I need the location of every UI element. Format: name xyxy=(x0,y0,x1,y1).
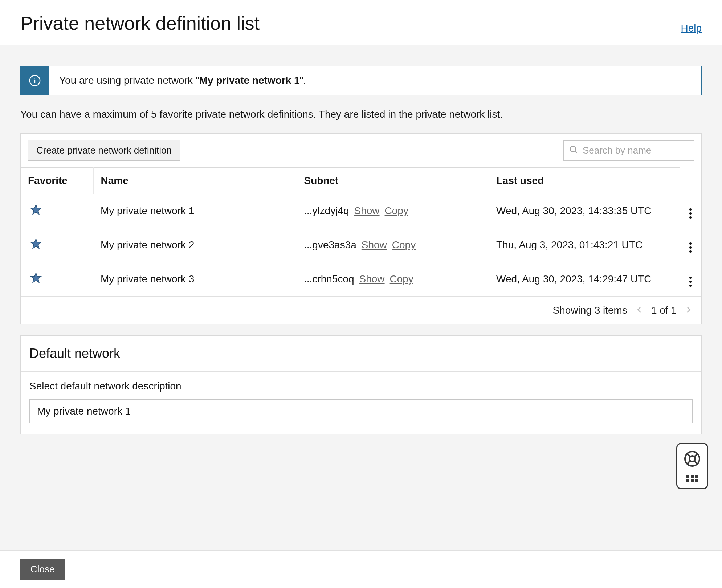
search-input[interactable] xyxy=(583,145,701,156)
default-network-title: Default network xyxy=(21,336,701,371)
svg-line-13 xyxy=(694,461,698,464)
actions-cell xyxy=(680,262,701,296)
col-header-last-used[interactable]: Last used xyxy=(489,168,680,194)
page-indicator: 1 of 1 xyxy=(651,305,677,316)
subnet-snippet: ...crhn5coq xyxy=(304,273,354,285)
definitions-table: Favorite Name Subnet Last used My privat… xyxy=(21,167,701,297)
name-cell: My private network 1 xyxy=(93,194,297,228)
create-definition-button[interactable]: Create private network definition xyxy=(28,140,180,161)
header: Private network definition list Help xyxy=(0,0,722,45)
show-link[interactable]: Show xyxy=(359,273,385,285)
info-suffix: ". xyxy=(300,75,306,86)
definitions-panel: Create private network definition Favori… xyxy=(20,133,702,324)
default-network-label: Select default network description xyxy=(29,380,693,392)
subnet-snippet: ...gve3as3a xyxy=(304,239,356,250)
svg-marker-5 xyxy=(31,205,41,215)
svg-marker-7 xyxy=(31,273,41,282)
favorite-cell[interactable] xyxy=(21,262,93,296)
row-menu-button[interactable] xyxy=(687,206,694,221)
lifebuoy-icon xyxy=(684,450,701,469)
star-icon xyxy=(28,241,42,253)
svg-point-2 xyxy=(34,78,36,79)
last-used-cell: Wed, Aug 30, 2023, 14:29:47 UTC xyxy=(489,262,680,296)
content-area: You are using private network "My privat… xyxy=(0,45,722,550)
col-header-subnet[interactable]: Subnet xyxy=(297,168,489,194)
page-prev-button[interactable] xyxy=(635,305,643,316)
page-next-button[interactable] xyxy=(685,305,693,316)
info-icon xyxy=(21,66,49,95)
svg-point-3 xyxy=(570,146,576,152)
last-used-cell: Wed, Aug 30, 2023, 14:33:35 UTC xyxy=(489,194,680,228)
help-widget[interactable] xyxy=(676,443,708,489)
subnet-cell: ...gve3as3aShowCopy xyxy=(297,228,489,262)
default-network-select[interactable]: My private network 1 xyxy=(29,399,693,423)
show-link[interactable]: Show xyxy=(362,239,387,250)
svg-line-10 xyxy=(687,454,690,457)
default-network-selected: My private network 1 xyxy=(37,405,131,417)
actions-cell xyxy=(680,228,701,262)
page-title: Private network definition list xyxy=(20,12,260,34)
search-icon xyxy=(569,145,578,156)
col-header-name[interactable]: Name xyxy=(93,168,297,194)
svg-point-9 xyxy=(689,456,695,462)
table-row: My private network 2...gve3as3aShowCopyT… xyxy=(21,228,701,262)
row-menu-button[interactable] xyxy=(687,240,694,255)
star-icon xyxy=(28,207,42,219)
default-network-body: Select default network description My pr… xyxy=(21,371,701,434)
row-menu-button[interactable] xyxy=(687,274,694,289)
copy-link[interactable]: Copy xyxy=(390,273,413,285)
copy-link[interactable]: Copy xyxy=(392,239,416,250)
svg-line-12 xyxy=(687,461,690,464)
search-box[interactable] xyxy=(563,140,694,161)
footer: Close xyxy=(0,550,722,588)
help-link[interactable]: Help xyxy=(681,23,702,34)
close-button[interactable]: Close xyxy=(20,559,65,580)
toolbar: Create private network definition xyxy=(21,134,701,167)
table-row: My private network 1...ylzdyj4qShowCopyW… xyxy=(21,194,701,228)
showing-count: Showing 3 items xyxy=(553,305,627,316)
info-banner-message: You are using private network "My privat… xyxy=(49,66,316,95)
favorite-cell[interactable] xyxy=(21,228,93,262)
table-row: My private network 3...crhn5coqShowCopyW… xyxy=(21,262,701,296)
pagination: Showing 3 items 1 of 1 xyxy=(21,297,701,324)
favorite-cell[interactable] xyxy=(21,194,93,228)
show-link[interactable]: Show xyxy=(354,205,380,216)
default-network-panel: Default network Select default network d… xyxy=(20,335,702,434)
copy-link[interactable]: Copy xyxy=(385,205,408,216)
svg-marker-6 xyxy=(31,238,41,248)
info-network-name: My private network 1 xyxy=(199,75,300,86)
svg-line-4 xyxy=(575,151,577,153)
info-prefix: You are using private network " xyxy=(59,75,199,86)
star-icon xyxy=(28,275,42,287)
subnet-cell: ...crhn5coqShowCopy xyxy=(297,262,489,296)
name-cell: My private network 3 xyxy=(93,262,297,296)
col-header-favorite[interactable]: Favorite xyxy=(21,168,93,194)
actions-cell xyxy=(680,194,701,228)
svg-line-11 xyxy=(694,454,698,457)
subnet-cell: ...ylzdyj4qShowCopy xyxy=(297,194,489,228)
name-cell: My private network 2 xyxy=(93,228,297,262)
subnet-snippet: ...ylzdyj4q xyxy=(304,205,349,216)
grid-icon xyxy=(686,475,698,482)
last-used-cell: Thu, Aug 3, 2023, 01:43:21 UTC xyxy=(489,228,680,262)
info-banner: You are using private network "My privat… xyxy=(20,66,702,95)
description-text: You can have a maximum of 5 favorite pri… xyxy=(20,109,702,120)
